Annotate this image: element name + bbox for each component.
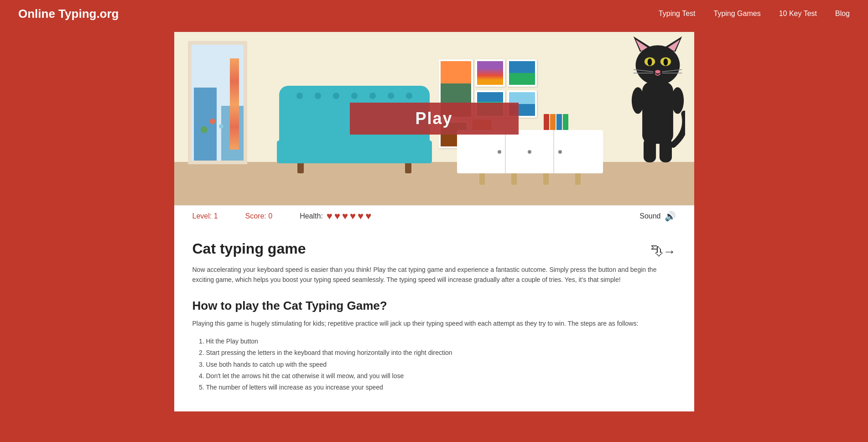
sofa-btn-3: [333, 93, 339, 99]
book-1: [544, 114, 549, 130]
leg-2: [511, 173, 517, 185]
cabinet: [457, 130, 603, 173]
svg-point-15: [631, 87, 644, 114]
nav-typing-test[interactable]: Typing Test: [659, 10, 696, 18]
svg-point-4: [635, 45, 680, 85]
nav-blog[interactable]: Blog: [835, 10, 850, 18]
game-area: Play: [174, 32, 694, 205]
cat-character: [630, 34, 685, 176]
svg-point-8: [663, 58, 668, 66]
svg-rect-18: [659, 138, 671, 162]
sound-icon[interactable]: 🔊: [665, 211, 676, 222]
step-5: The number of letters will increase as y…: [206, 382, 676, 393]
game-description: Now accelerating your keyboard speed is …: [192, 265, 676, 285]
window-stripe: [230, 58, 239, 150]
leg-1: [479, 173, 485, 185]
heart-1: ♥: [327, 210, 333, 222]
heart-4: ♥: [350, 210, 356, 222]
svg-rect-14: [642, 82, 673, 144]
health-section: Health: ♥ ♥ ♥ ♥ ♥ ♥: [300, 210, 371, 222]
sofa-btn-6: [388, 93, 394, 99]
svg-point-9: [655, 70, 660, 73]
game-title: Cat typing game: [192, 240, 306, 257]
play-button-label: Play: [415, 109, 452, 128]
building-1: [194, 88, 217, 161]
dot-1: [498, 150, 501, 154]
sofa-btn-4: [351, 93, 358, 99]
book-3: [556, 114, 562, 130]
status-bar: Level: 1 Score: 0 Health: ♥ ♥ ♥ ♥ ♥ ♥ So…: [174, 205, 694, 227]
svg-point-16: [671, 87, 684, 114]
sofa-btn-7: [406, 93, 412, 99]
cat-svg: [630, 34, 685, 176]
heart-5: ♥: [358, 210, 364, 222]
leg-3: [543, 173, 549, 185]
window-decoration: [188, 41, 247, 164]
sofa-btn-5: [369, 93, 376, 99]
title-row: Cat typing game ⮷→: [192, 240, 676, 265]
dot-3: [558, 150, 562, 154]
heart-3: ♥: [342, 210, 348, 222]
cabinet-legs: [457, 173, 603, 185]
books: [544, 114, 568, 130]
sofa-legs: [279, 163, 430, 173]
sofa-seat: [277, 140, 432, 163]
nav-10-key-test[interactable]: 10 Key Test: [779, 10, 817, 18]
sound-label: Sound: [639, 212, 660, 220]
header: Online Typing.org Typing Test Typing Gam…: [0, 0, 868, 27]
sofa-leg-1: [297, 163, 304, 173]
svg-rect-17: [644, 138, 656, 162]
circle-3: [219, 124, 223, 129]
site-logo[interactable]: Online Typing.org: [18, 7, 119, 21]
score-display: Score: 0: [245, 212, 273, 220]
book-4: [563, 114, 568, 130]
step-2: Start pressing the letters in the keyboa…: [206, 347, 676, 359]
step-1: Hit the Play button: [206, 336, 676, 347]
main-nav: Typing Test Typing Games 10 Key Test Blo…: [659, 10, 850, 18]
dot-2: [528, 150, 531, 154]
how-to-intro: Playing this game is hugely stimulating …: [192, 318, 676, 328]
main-container: Play Level: 1 Score: 0 Health: ♥ ♥ ♥ ♥ ♥…: [174, 32, 694, 411]
steps-list: Hit the Play button Start pressing the l…: [206, 336, 676, 393]
level-display: Level: 1: [192, 212, 218, 220]
play-button[interactable]: Play: [350, 103, 519, 135]
leg-4: [575, 173, 581, 185]
step-3: Use both hands to catch up with the spee…: [206, 359, 676, 370]
room-background: Play: [174, 32, 694, 205]
how-to-title: How to play the Cat Typing Game?: [192, 299, 676, 313]
content-area: Cat typing game ⮷→ Now accelerating your…: [174, 227, 694, 411]
heart-6: ♥: [365, 210, 371, 222]
heart-2: ♥: [334, 210, 340, 222]
sofa-leg-2: [405, 163, 411, 173]
picture-mountain: [507, 59, 537, 87]
nav-typing-games[interactable]: Typing Games: [714, 10, 761, 18]
cabinet-dots: [457, 152, 603, 156]
sofa-buttons: [279, 93, 430, 99]
hearts-display: ♥ ♥ ♥ ♥ ♥ ♥: [327, 210, 371, 222]
book-2: [550, 114, 556, 130]
svg-point-7: [647, 58, 652, 66]
sofa-btn-2: [315, 93, 321, 99]
picture-sunset: [475, 59, 505, 87]
circle-1: [201, 126, 208, 133]
step-4: Don't let the arrows hit the cat otherwi…: [206, 370, 676, 382]
health-label: Health:: [300, 212, 323, 220]
sofa-btn-1: [296, 93, 303, 99]
sound-section: Sound 🔊: [639, 211, 676, 222]
next-arrow-icon[interactable]: ⮷→: [650, 244, 676, 259]
circle-2: [210, 119, 215, 124]
